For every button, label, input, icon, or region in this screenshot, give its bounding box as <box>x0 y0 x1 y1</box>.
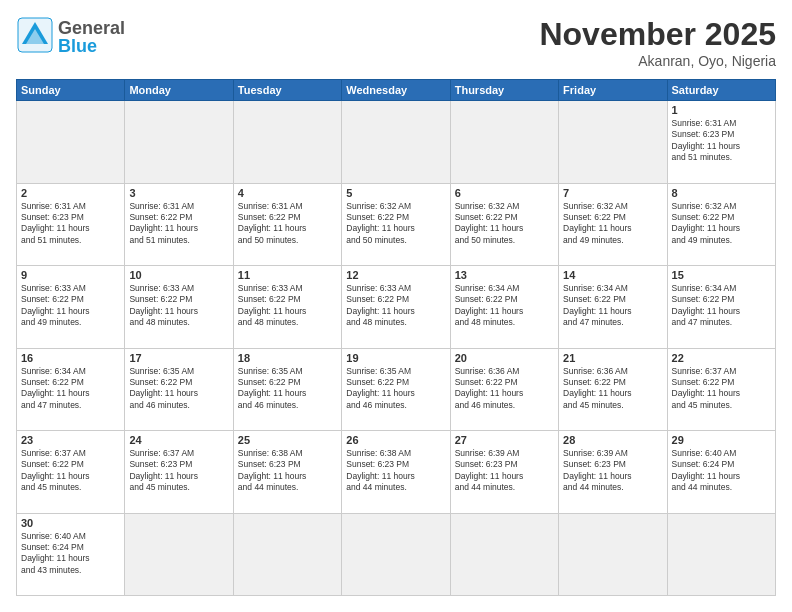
day-number: 19 <box>346 352 445 364</box>
cell-content: Sunrise: 6:40 AM Sunset: 6:24 PM Dayligh… <box>672 448 771 494</box>
cell-content: Sunrise: 6:32 AM Sunset: 6:22 PM Dayligh… <box>346 201 445 247</box>
day-cell <box>667 513 775 596</box>
day-cell <box>17 101 125 184</box>
day-header-saturday: Saturday <box>667 80 775 101</box>
day-header-tuesday: Tuesday <box>233 80 341 101</box>
day-number: 2 <box>21 187 120 199</box>
day-number: 13 <box>455 269 554 281</box>
calendar-header: SundayMondayTuesdayWednesdayThursdayFrid… <box>17 80 776 101</box>
cell-content: Sunrise: 6:34 AM Sunset: 6:22 PM Dayligh… <box>563 283 662 329</box>
week-row-2: 2Sunrise: 6:31 AM Sunset: 6:23 PM Daylig… <box>17 183 776 266</box>
day-cell: 27Sunrise: 6:39 AM Sunset: 6:23 PM Dayli… <box>450 431 558 514</box>
cell-content: Sunrise: 6:33 AM Sunset: 6:22 PM Dayligh… <box>238 283 337 329</box>
day-number: 10 <box>129 269 228 281</box>
header: General Blue November 2025 Akanran, Oyo,… <box>16 16 776 69</box>
day-cell: 1Sunrise: 6:31 AM Sunset: 6:23 PM Daylig… <box>667 101 775 184</box>
day-number: 8 <box>672 187 771 199</box>
logo: General Blue <box>16 16 125 58</box>
logo-label: General Blue <box>58 19 125 55</box>
day-number: 24 <box>129 434 228 446</box>
day-cell: 5Sunrise: 6:32 AM Sunset: 6:22 PM Daylig… <box>342 183 450 266</box>
calendar-body: 1Sunrise: 6:31 AM Sunset: 6:23 PM Daylig… <box>17 101 776 596</box>
cell-content: Sunrise: 6:32 AM Sunset: 6:22 PM Dayligh… <box>672 201 771 247</box>
day-cell: 18Sunrise: 6:35 AM Sunset: 6:22 PM Dayli… <box>233 348 341 431</box>
day-cell: 20Sunrise: 6:36 AM Sunset: 6:22 PM Dayli… <box>450 348 558 431</box>
day-number: 26 <box>346 434 445 446</box>
day-number: 25 <box>238 434 337 446</box>
cell-content: Sunrise: 6:36 AM Sunset: 6:22 PM Dayligh… <box>455 366 554 412</box>
cell-content: Sunrise: 6:35 AM Sunset: 6:22 PM Dayligh… <box>129 366 228 412</box>
day-number: 18 <box>238 352 337 364</box>
cell-content: Sunrise: 6:37 AM Sunset: 6:22 PM Dayligh… <box>21 448 120 494</box>
day-header-sunday: Sunday <box>17 80 125 101</box>
day-number: 29 <box>672 434 771 446</box>
cell-content: Sunrise: 6:33 AM Sunset: 6:22 PM Dayligh… <box>129 283 228 329</box>
day-cell <box>450 513 558 596</box>
day-cell: 22Sunrise: 6:37 AM Sunset: 6:22 PM Dayli… <box>667 348 775 431</box>
cell-content: Sunrise: 6:37 AM Sunset: 6:22 PM Dayligh… <box>672 366 771 412</box>
title-section: November 2025 Akanran, Oyo, Nigeria <box>539 16 776 69</box>
cell-content: Sunrise: 6:40 AM Sunset: 6:24 PM Dayligh… <box>21 531 120 577</box>
cell-content: Sunrise: 6:38 AM Sunset: 6:23 PM Dayligh… <box>346 448 445 494</box>
cell-content: Sunrise: 6:38 AM Sunset: 6:23 PM Dayligh… <box>238 448 337 494</box>
day-cell: 9Sunrise: 6:33 AM Sunset: 6:22 PM Daylig… <box>17 266 125 349</box>
day-cell: 12Sunrise: 6:33 AM Sunset: 6:22 PM Dayli… <box>342 266 450 349</box>
day-number: 16 <box>21 352 120 364</box>
cell-content: Sunrise: 6:39 AM Sunset: 6:23 PM Dayligh… <box>563 448 662 494</box>
day-cell <box>450 101 558 184</box>
day-cell <box>233 101 341 184</box>
day-cell <box>559 513 667 596</box>
day-cell: 3Sunrise: 6:31 AM Sunset: 6:22 PM Daylig… <box>125 183 233 266</box>
cell-content: Sunrise: 6:32 AM Sunset: 6:22 PM Dayligh… <box>563 201 662 247</box>
day-number: 14 <box>563 269 662 281</box>
week-row-1: 1Sunrise: 6:31 AM Sunset: 6:23 PM Daylig… <box>17 101 776 184</box>
day-number: 1 <box>672 104 771 116</box>
day-number: 4 <box>238 187 337 199</box>
week-row-3: 9Sunrise: 6:33 AM Sunset: 6:22 PM Daylig… <box>17 266 776 349</box>
week-row-5: 23Sunrise: 6:37 AM Sunset: 6:22 PM Dayli… <box>17 431 776 514</box>
location: Akanran, Oyo, Nigeria <box>539 53 776 69</box>
day-number: 30 <box>21 517 120 529</box>
day-number: 12 <box>346 269 445 281</box>
day-header-monday: Monday <box>125 80 233 101</box>
day-cell: 24Sunrise: 6:37 AM Sunset: 6:23 PM Dayli… <box>125 431 233 514</box>
day-number: 3 <box>129 187 228 199</box>
day-number: 21 <box>563 352 662 364</box>
day-number: 6 <box>455 187 554 199</box>
day-number: 28 <box>563 434 662 446</box>
day-number: 22 <box>672 352 771 364</box>
logo-general-text: General <box>58 19 125 37</box>
cell-content: Sunrise: 6:35 AM Sunset: 6:22 PM Dayligh… <box>238 366 337 412</box>
day-cell: 16Sunrise: 6:34 AM Sunset: 6:22 PM Dayli… <box>17 348 125 431</box>
cell-content: Sunrise: 6:34 AM Sunset: 6:22 PM Dayligh… <box>455 283 554 329</box>
day-header-wednesday: Wednesday <box>342 80 450 101</box>
day-cell: 25Sunrise: 6:38 AM Sunset: 6:23 PM Dayli… <box>233 431 341 514</box>
cell-content: Sunrise: 6:34 AM Sunset: 6:22 PM Dayligh… <box>21 366 120 412</box>
cell-content: Sunrise: 6:33 AM Sunset: 6:22 PM Dayligh… <box>346 283 445 329</box>
day-cell: 13Sunrise: 6:34 AM Sunset: 6:22 PM Dayli… <box>450 266 558 349</box>
day-cell: 26Sunrise: 6:38 AM Sunset: 6:23 PM Dayli… <box>342 431 450 514</box>
day-cell: 28Sunrise: 6:39 AM Sunset: 6:23 PM Dayli… <box>559 431 667 514</box>
day-number: 9 <box>21 269 120 281</box>
logo-icon <box>16 16 54 58</box>
day-cell: 7Sunrise: 6:32 AM Sunset: 6:22 PM Daylig… <box>559 183 667 266</box>
day-number: 17 <box>129 352 228 364</box>
day-cell <box>342 101 450 184</box>
cell-content: Sunrise: 6:32 AM Sunset: 6:22 PM Dayligh… <box>455 201 554 247</box>
cell-content: Sunrise: 6:31 AM Sunset: 6:23 PM Dayligh… <box>21 201 120 247</box>
day-cell: 4Sunrise: 6:31 AM Sunset: 6:22 PM Daylig… <box>233 183 341 266</box>
day-number: 7 <box>563 187 662 199</box>
day-cell <box>125 101 233 184</box>
cell-content: Sunrise: 6:31 AM Sunset: 6:23 PM Dayligh… <box>672 118 771 164</box>
day-cell: 21Sunrise: 6:36 AM Sunset: 6:22 PM Dayli… <box>559 348 667 431</box>
day-cell: 29Sunrise: 6:40 AM Sunset: 6:24 PM Dayli… <box>667 431 775 514</box>
day-cell: 17Sunrise: 6:35 AM Sunset: 6:22 PM Dayli… <box>125 348 233 431</box>
day-cell <box>559 101 667 184</box>
day-cell: 19Sunrise: 6:35 AM Sunset: 6:22 PM Dayli… <box>342 348 450 431</box>
cell-content: Sunrise: 6:35 AM Sunset: 6:22 PM Dayligh… <box>346 366 445 412</box>
cell-content: Sunrise: 6:33 AM Sunset: 6:22 PM Dayligh… <box>21 283 120 329</box>
logo-blue-text: Blue <box>58 37 125 55</box>
day-number: 15 <box>672 269 771 281</box>
day-cell: 23Sunrise: 6:37 AM Sunset: 6:22 PM Dayli… <box>17 431 125 514</box>
cell-content: Sunrise: 6:31 AM Sunset: 6:22 PM Dayligh… <box>129 201 228 247</box>
